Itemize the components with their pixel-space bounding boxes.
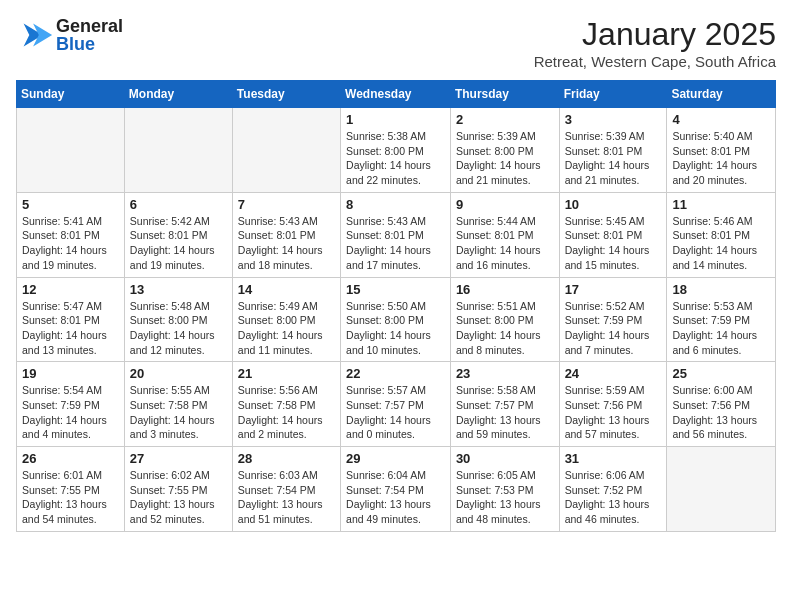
calendar-cell: 27Sunrise: 6:02 AM Sunset: 7:55 PM Dayli…: [124, 447, 232, 532]
day-number: 18: [672, 282, 770, 297]
weekday-header: Sunday: [17, 81, 125, 108]
day-info: Sunrise: 5:38 AM Sunset: 8:00 PM Dayligh…: [346, 129, 445, 188]
calendar-cell: [232, 108, 340, 193]
weekday-header: Saturday: [667, 81, 776, 108]
day-info: Sunrise: 5:59 AM Sunset: 7:56 PM Dayligh…: [565, 383, 662, 442]
month-title: January 2025: [534, 16, 776, 53]
calendar-cell: 6Sunrise: 5:42 AM Sunset: 8:01 PM Daylig…: [124, 192, 232, 277]
day-number: 28: [238, 451, 335, 466]
calendar-cell: 25Sunrise: 6:00 AM Sunset: 7:56 PM Dayli…: [667, 362, 776, 447]
calendar-cell: 14Sunrise: 5:49 AM Sunset: 8:00 PM Dayli…: [232, 277, 340, 362]
weekday-header: Monday: [124, 81, 232, 108]
day-number: 21: [238, 366, 335, 381]
day-info: Sunrise: 5:43 AM Sunset: 8:01 PM Dayligh…: [238, 214, 335, 273]
calendar-cell: 23Sunrise: 5:58 AM Sunset: 7:57 PM Dayli…: [450, 362, 559, 447]
calendar-cell: 1Sunrise: 5:38 AM Sunset: 8:00 PM Daylig…: [341, 108, 451, 193]
day-info: Sunrise: 6:01 AM Sunset: 7:55 PM Dayligh…: [22, 468, 119, 527]
day-info: Sunrise: 5:54 AM Sunset: 7:59 PM Dayligh…: [22, 383, 119, 442]
day-number: 30: [456, 451, 554, 466]
weekday-header: Tuesday: [232, 81, 340, 108]
weekday-header: Friday: [559, 81, 667, 108]
day-number: 6: [130, 197, 227, 212]
calendar-cell: 13Sunrise: 5:48 AM Sunset: 8:00 PM Dayli…: [124, 277, 232, 362]
day-info: Sunrise: 6:04 AM Sunset: 7:54 PM Dayligh…: [346, 468, 445, 527]
day-info: Sunrise: 5:58 AM Sunset: 7:57 PM Dayligh…: [456, 383, 554, 442]
weekday-header: Wednesday: [341, 81, 451, 108]
weekday-header: Thursday: [450, 81, 559, 108]
day-info: Sunrise: 5:50 AM Sunset: 8:00 PM Dayligh…: [346, 299, 445, 358]
day-info: Sunrise: 5:39 AM Sunset: 8:00 PM Dayligh…: [456, 129, 554, 188]
day-info: Sunrise: 5:51 AM Sunset: 8:00 PM Dayligh…: [456, 299, 554, 358]
day-info: Sunrise: 5:56 AM Sunset: 7:58 PM Dayligh…: [238, 383, 335, 442]
day-number: 7: [238, 197, 335, 212]
day-number: 11: [672, 197, 770, 212]
logo: General Blue: [16, 16, 123, 54]
day-number: 10: [565, 197, 662, 212]
logo-general: General: [56, 17, 123, 35]
calendar-cell: 11Sunrise: 5:46 AM Sunset: 8:01 PM Dayli…: [667, 192, 776, 277]
calendar-cell: 21Sunrise: 5:56 AM Sunset: 7:58 PM Dayli…: [232, 362, 340, 447]
day-info: Sunrise: 5:39 AM Sunset: 8:01 PM Dayligh…: [565, 129, 662, 188]
logo-text-block: General Blue: [56, 17, 123, 53]
day-number: 16: [456, 282, 554, 297]
page-header: General Blue January 2025 Retreat, Weste…: [16, 16, 776, 70]
calendar-week-row: 26Sunrise: 6:01 AM Sunset: 7:55 PM Dayli…: [17, 447, 776, 532]
calendar-week-row: 5Sunrise: 5:41 AM Sunset: 8:01 PM Daylig…: [17, 192, 776, 277]
day-number: 22: [346, 366, 445, 381]
calendar-cell: 19Sunrise: 5:54 AM Sunset: 7:59 PM Dayli…: [17, 362, 125, 447]
day-number: 24: [565, 366, 662, 381]
day-number: 19: [22, 366, 119, 381]
logo-svg: [16, 16, 54, 54]
day-info: Sunrise: 5:42 AM Sunset: 8:01 PM Dayligh…: [130, 214, 227, 273]
calendar-cell: 31Sunrise: 6:06 AM Sunset: 7:52 PM Dayli…: [559, 447, 667, 532]
day-number: 29: [346, 451, 445, 466]
day-info: Sunrise: 5:48 AM Sunset: 8:00 PM Dayligh…: [130, 299, 227, 358]
day-info: Sunrise: 6:05 AM Sunset: 7:53 PM Dayligh…: [456, 468, 554, 527]
day-info: Sunrise: 6:00 AM Sunset: 7:56 PM Dayligh…: [672, 383, 770, 442]
calendar-header-row: SundayMondayTuesdayWednesdayThursdayFrid…: [17, 81, 776, 108]
location-subtitle: Retreat, Western Cape, South Africa: [534, 53, 776, 70]
calendar-cell: 15Sunrise: 5:50 AM Sunset: 8:00 PM Dayli…: [341, 277, 451, 362]
day-number: 2: [456, 112, 554, 127]
title-block: January 2025 Retreat, Western Cape, Sout…: [534, 16, 776, 70]
day-number: 1: [346, 112, 445, 127]
day-info: Sunrise: 6:03 AM Sunset: 7:54 PM Dayligh…: [238, 468, 335, 527]
day-number: 4: [672, 112, 770, 127]
day-number: 15: [346, 282, 445, 297]
day-number: 8: [346, 197, 445, 212]
calendar-cell: [124, 108, 232, 193]
calendar-week-row: 19Sunrise: 5:54 AM Sunset: 7:59 PM Dayli…: [17, 362, 776, 447]
day-info: Sunrise: 5:49 AM Sunset: 8:00 PM Dayligh…: [238, 299, 335, 358]
day-info: Sunrise: 5:40 AM Sunset: 8:01 PM Dayligh…: [672, 129, 770, 188]
day-info: Sunrise: 5:57 AM Sunset: 7:57 PM Dayligh…: [346, 383, 445, 442]
day-number: 25: [672, 366, 770, 381]
day-number: 20: [130, 366, 227, 381]
calendar-cell: 2Sunrise: 5:39 AM Sunset: 8:00 PM Daylig…: [450, 108, 559, 193]
day-number: 27: [130, 451, 227, 466]
day-info: Sunrise: 5:45 AM Sunset: 8:01 PM Dayligh…: [565, 214, 662, 273]
calendar-cell: 10Sunrise: 5:45 AM Sunset: 8:01 PM Dayli…: [559, 192, 667, 277]
day-info: Sunrise: 5:47 AM Sunset: 8:01 PM Dayligh…: [22, 299, 119, 358]
day-number: 13: [130, 282, 227, 297]
day-number: 31: [565, 451, 662, 466]
calendar-week-row: 12Sunrise: 5:47 AM Sunset: 8:01 PM Dayli…: [17, 277, 776, 362]
day-number: 12: [22, 282, 119, 297]
calendar-cell: 22Sunrise: 5:57 AM Sunset: 7:57 PM Dayli…: [341, 362, 451, 447]
calendar-week-row: 1Sunrise: 5:38 AM Sunset: 8:00 PM Daylig…: [17, 108, 776, 193]
calendar-cell: 4Sunrise: 5:40 AM Sunset: 8:01 PM Daylig…: [667, 108, 776, 193]
calendar-cell: 9Sunrise: 5:44 AM Sunset: 8:01 PM Daylig…: [450, 192, 559, 277]
calendar-cell: 28Sunrise: 6:03 AM Sunset: 7:54 PM Dayli…: [232, 447, 340, 532]
day-number: 17: [565, 282, 662, 297]
calendar-cell: [17, 108, 125, 193]
calendar-cell: 20Sunrise: 5:55 AM Sunset: 7:58 PM Dayli…: [124, 362, 232, 447]
day-info: Sunrise: 6:06 AM Sunset: 7:52 PM Dayligh…: [565, 468, 662, 527]
day-number: 9: [456, 197, 554, 212]
day-info: Sunrise: 5:55 AM Sunset: 7:58 PM Dayligh…: [130, 383, 227, 442]
day-number: 3: [565, 112, 662, 127]
day-info: Sunrise: 5:53 AM Sunset: 7:59 PM Dayligh…: [672, 299, 770, 358]
calendar-cell: 18Sunrise: 5:53 AM Sunset: 7:59 PM Dayli…: [667, 277, 776, 362]
calendar-cell: 29Sunrise: 6:04 AM Sunset: 7:54 PM Dayli…: [341, 447, 451, 532]
calendar-cell: 17Sunrise: 5:52 AM Sunset: 7:59 PM Dayli…: [559, 277, 667, 362]
day-number: 23: [456, 366, 554, 381]
calendar-cell: 12Sunrise: 5:47 AM Sunset: 8:01 PM Dayli…: [17, 277, 125, 362]
